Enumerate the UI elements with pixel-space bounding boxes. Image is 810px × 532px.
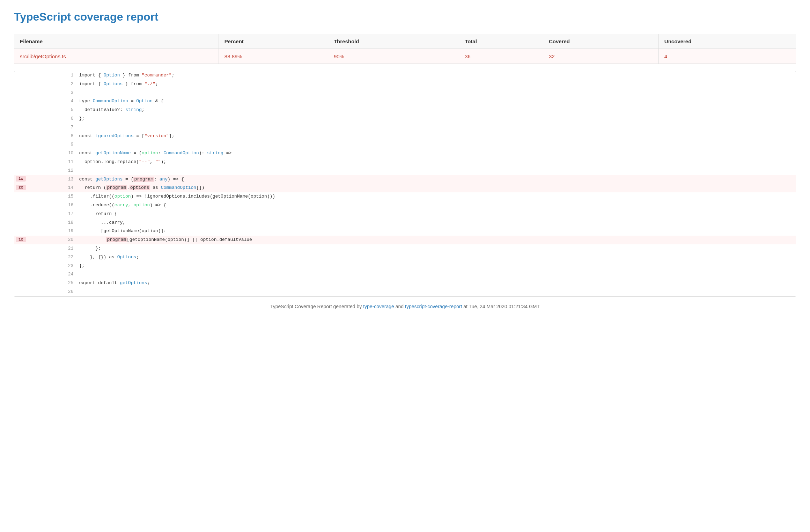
code-line-21: 21 }; xyxy=(14,244,796,253)
cell-threshold: 90% xyxy=(328,49,459,64)
code-line-5: 5 defaultValue?: string; xyxy=(14,106,796,114)
code-line-10: 10 const getOptionName = (option: Comman… xyxy=(14,149,796,158)
code-line-17: 17 return { xyxy=(14,210,796,219)
code-line-20: 1x 20 program[getOptionName(option)] || … xyxy=(14,236,796,244)
footer-text-suffix: at Tue, 24 Mar 2020 01:21:34 GMT xyxy=(462,304,540,309)
code-line-13: 1x 13 const getOptions = (program: any) … xyxy=(14,175,796,184)
code-line-11: 11 option.long.replace("--", ""); xyxy=(14,158,796,167)
linenum-1: 1 xyxy=(28,71,78,80)
linecode-2: import { Options } from "./"; xyxy=(78,80,796,89)
code-line-7: 7 xyxy=(14,123,796,132)
footer-link-typescript-coverage-report[interactable]: typescript-coverage-report xyxy=(405,304,462,309)
coverage-table: Filename Percent Threshold Total Covered… xyxy=(14,34,796,64)
code-line-8: 8 const ignoredOptions = ["version"]; xyxy=(14,132,796,141)
badge-1x-20: 1x xyxy=(16,237,26,242)
code-block: 1 import { Option } from "commander"; 2 … xyxy=(14,71,796,297)
code-line-9: 9 xyxy=(14,140,796,149)
code-line-6: 6 }; xyxy=(14,114,796,123)
footer-text-prefix: TypeScript Coverage Report generated by xyxy=(270,304,363,309)
code-line-14: 2x 14 return (program.options as Command… xyxy=(14,184,796,192)
cell-covered: 32 xyxy=(543,49,658,64)
badge-1x-13: 1x xyxy=(16,176,26,182)
footer-text-middle: and xyxy=(394,304,405,309)
code-line-3: 3 xyxy=(14,89,796,97)
code-line-12: 12 xyxy=(14,167,796,175)
code-line-19: 19 [getOptionName(option)]: xyxy=(14,227,796,236)
cell-percent: 88.89% xyxy=(219,49,328,64)
code-line-22: 22 }, {}) as Options; xyxy=(14,253,796,262)
col-threshold: Threshold xyxy=(328,34,459,49)
badge-2 xyxy=(14,80,28,89)
col-total: Total xyxy=(459,34,543,49)
code-line-16: 16 .reduce((carry, option) => { xyxy=(14,201,796,210)
code-line-1: 1 import { Option } from "commander"; xyxy=(14,71,796,80)
linenum-2: 2 xyxy=(28,80,78,89)
table-row: src/lib/getOptions.ts 88.89% 90% 36 32 4 xyxy=(14,49,796,64)
filename-link[interactable]: src/lib/getOptions.ts xyxy=(20,53,66,59)
code-line-24: 24 xyxy=(14,270,796,279)
code-line-26: 26 xyxy=(14,288,796,296)
cell-uncovered: 4 xyxy=(658,49,796,64)
cell-filename[interactable]: src/lib/getOptions.ts xyxy=(14,49,219,64)
cell-total: 36 xyxy=(459,49,543,64)
col-percent: Percent xyxy=(219,34,328,49)
linecode-1: import { Option } from "commander"; xyxy=(78,71,796,80)
code-line-25: 25 export default getOptions; xyxy=(14,279,796,288)
code-line-4: 4 type CommandOption = Option & { xyxy=(14,97,796,106)
code-line-23: 23 }; xyxy=(14,262,796,271)
code-line-18: 18 ...carry, xyxy=(14,219,796,227)
col-filename: Filename xyxy=(14,34,219,49)
code-line-2: 2 import { Options } from "./"; xyxy=(14,80,796,89)
code-table: 1 import { Option } from "commander"; 2 … xyxy=(14,71,796,296)
col-covered: Covered xyxy=(543,34,658,49)
col-uncovered: Uncovered xyxy=(658,34,796,49)
badge-1 xyxy=(14,71,28,80)
code-line-15: 15 .filter((option) => !ignoredOptions.i… xyxy=(14,192,796,201)
footer-link-type-coverage[interactable]: type-coverage xyxy=(363,304,394,309)
footer: TypeScript Coverage Report generated by … xyxy=(14,304,796,309)
page-title: TypeScript coverage report xyxy=(14,10,796,23)
badge-2x-14: 2x xyxy=(16,185,26,190)
